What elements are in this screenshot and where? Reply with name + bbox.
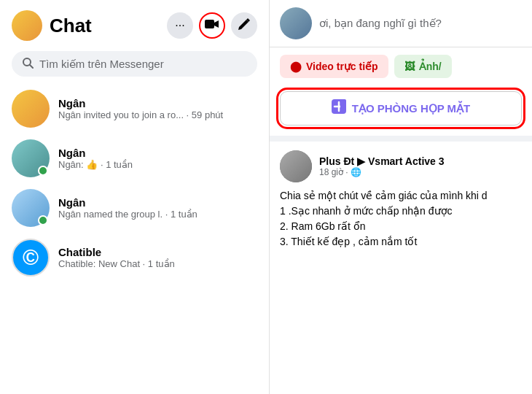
avatar: ©: [12, 239, 50, 277]
composer-placeholder[interactable]: ơi, bạn đang nghĩ gì thế?: [319, 17, 522, 30]
live-video-button[interactable]: ⬤ Video trực tiếp: [280, 55, 388, 78]
post-avatar: [280, 150, 312, 182]
online-indicator: [38, 166, 48, 176]
photo-button[interactable]: 🖼 Ảnh/: [394, 55, 452, 78]
feed-post: Plus Đt ▶ Vsmart Active 3 18 giờ · 🌐 Chi…: [270, 136, 532, 258]
post-line-1: 1 .Sạc nhanh ở mức chấp nhận được: [280, 204, 522, 219]
photo-label: Ảnh/: [419, 61, 442, 72]
list-item[interactable]: © Chatible Chatible: New Chat · 1 tuần: [0, 233, 269, 282]
chat-name: Ngân: [58, 147, 257, 159]
post-line-0: Chia sẻ một chút về cảm giác của mình kh…: [280, 188, 522, 204]
avatar: [12, 189, 50, 227]
chat-info: Ngân Ngân: 👍 · 1 tuần: [58, 147, 257, 170]
post-actions: ⬤ Video trực tiếp 🖼 Ảnh/: [270, 47, 532, 85]
live-video-icon: ⬤: [290, 61, 302, 72]
left-panel: Chat ···: [0, 0, 270, 394]
page-title: Chat: [50, 15, 160, 37]
chat-name: Ngân: [58, 196, 257, 209]
compose-button[interactable]: [231, 12, 257, 39]
search-bar[interactable]: Tìm kiếm trên Messenger: [12, 51, 257, 77]
video-call-button[interactable]: [199, 12, 225, 39]
user-avatar: [12, 10, 42, 41]
user-avatar-right: [280, 7, 312, 39]
list-item[interactable]: Ngân Ngân invited you to join a ro... · …: [0, 84, 269, 134]
chat-message: Ngân invited you to join a ro... · 59 ph…: [58, 109, 257, 120]
online-indicator: [38, 215, 48, 225]
chat-message: Ngân: 👍 · 1 tuần: [58, 159, 257, 170]
list-item[interactable]: Ngân Ngân named the group l. · 1 tuần: [0, 183, 269, 233]
chat-name: Chatible: [58, 246, 257, 258]
post-line-2: 2. Ram 6Gb rất ổn: [280, 219, 522, 234]
live-video-label: Video trực tiếp: [306, 61, 378, 72]
post-author-info: Plus Đt ▶ Vsmart Active 3 18 giờ · 🌐: [319, 155, 522, 177]
chat-message: Ngân named the group l. · 1 tuần: [58, 209, 257, 220]
post-time: 18 giờ · 🌐: [319, 167, 522, 177]
video-icon: [205, 19, 219, 32]
svg-rect-0: [205, 20, 214, 28]
avatar: [12, 90, 50, 128]
svg-line-2: [30, 65, 33, 68]
chat-message: Chatible: New Chat · 1 tuần: [58, 258, 257, 269]
chat-header: Chat ···: [0, 0, 269, 48]
create-meet-button[interactable]: TẠO PHÒNG HỌP MẶT: [280, 91, 522, 125]
post-author-name: Plus Đt ▶ Vsmart Active 3: [319, 155, 522, 167]
search-icon: [22, 57, 34, 71]
post-author: Plus Đt ▶ Vsmart Active 3 18 giờ · 🌐: [280, 150, 522, 182]
avatar: [12, 139, 50, 177]
meet-button-container: TẠO PHÒNG HỌP MẶT: [270, 85, 532, 136]
search-placeholder: Tìm kiếm trên Messenger: [39, 58, 164, 71]
right-panel: ơi, bạn đang nghĩ gì thế? ⬤ Video trực t…: [270, 0, 532, 394]
chat-info: Chatible Chatible: New Chat · 1 tuần: [58, 246, 257, 269]
edit-icon: [238, 18, 251, 34]
list-item[interactable]: Ngân Ngân: 👍 · 1 tuần: [0, 134, 269, 183]
header-icons: ···: [167, 12, 257, 39]
chat-name: Ngân: [58, 97, 257, 109]
chat-list: Ngân Ngân invited you to join a ro... · …: [0, 84, 269, 394]
chat-info: Ngân Ngân invited you to join a ro... · …: [58, 97, 257, 120]
post-line-3: 3. Thiết kế đẹp , cảm nắm tốt: [280, 234, 522, 250]
meet-plus-icon: [332, 99, 346, 117]
chat-info: Ngân Ngân named the group l. · 1 tuần: [58, 196, 257, 220]
post-composer-top: ơi, bạn đang nghĩ gì thế?: [270, 0, 532, 47]
post-content: Chia sẻ một chút về cảm giác của mình kh…: [280, 188, 522, 250]
meet-button-label: TẠO PHÒNG HỌP MẶT: [352, 102, 471, 115]
more-options-button[interactable]: ···: [167, 12, 193, 39]
photo-icon: 🖼: [404, 61, 415, 72]
svg-rect-4: [340, 99, 346, 109]
